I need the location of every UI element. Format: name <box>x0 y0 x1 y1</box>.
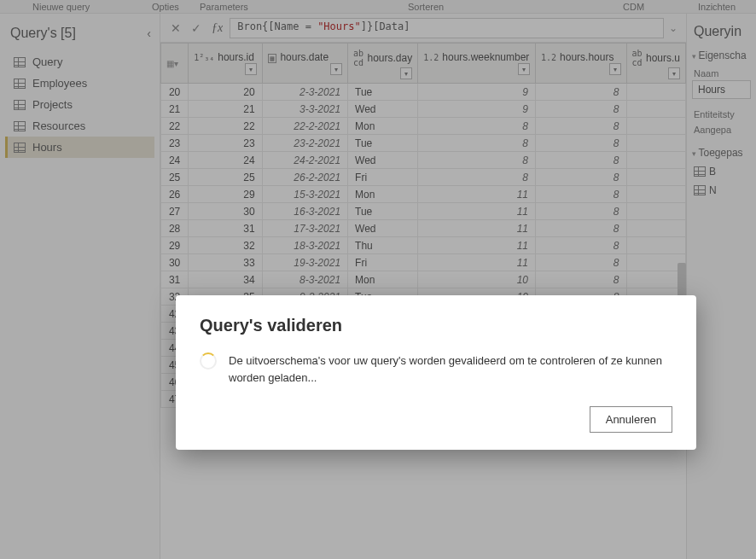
cancel-button[interactable]: Annuleren <box>590 406 672 433</box>
dialog-message: De uitvoerschema's voor uw query's worde… <box>229 352 672 386</box>
modal-overlay: Query's valideren De uitvoerschema's voo… <box>0 0 756 559</box>
dialog-title: Query's valideren <box>200 316 672 335</box>
validate-queries-dialog: Query's valideren De uitvoerschema's voo… <box>176 295 696 450</box>
spinner-icon <box>200 352 217 370</box>
